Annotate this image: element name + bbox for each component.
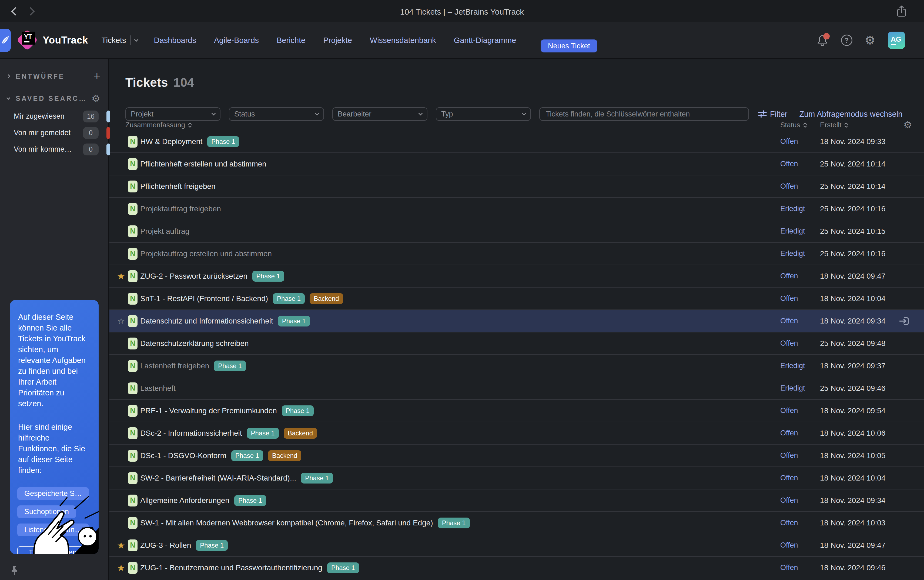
tag-phase-1[interactable]: Phase 1 — [273, 293, 305, 304]
saved-search-von-mir-komme[interactable]: Von mir komme…0 — [0, 141, 109, 158]
saved-search-count-badge: 0 — [83, 127, 99, 139]
tag-phase-1[interactable]: Phase 1 — [247, 428, 279, 439]
open-ticket-icon[interactable] — [898, 315, 910, 327]
ticket-row[interactable]: NHW & DeploymentPhase 1Offen18 Nov. 2024… — [109, 130, 924, 153]
tag-phase-1[interactable]: Phase 1 — [282, 405, 314, 416]
star-filled-icon[interactable]: ★ — [115, 563, 127, 572]
tag-phase-1[interactable]: Phase 1 — [231, 450, 263, 461]
tickets-menu[interactable]: Tickets — [102, 35, 138, 45]
sidebar-section-drafts[interactable]: ENTWÜRFE + — [0, 69, 109, 84]
ticket-row[interactable]: NSW-1 - Mit allen Modernen Webbrowser ko… — [109, 512, 924, 534]
tooltip-button-listeneinstellun[interactable]: Listeneinstellun… — [17, 524, 89, 536]
chevron-right-icon — [7, 74, 10, 78]
ticket-created: 18 Nov. 2024 09:54 — [820, 407, 885, 415]
ticket-status: Erledigt — [780, 249, 805, 258]
tag-phase-1[interactable]: Phase 1 — [278, 316, 310, 326]
star-filled-icon[interactable]: ★ — [115, 541, 127, 550]
window-title: 104 Tickets | – JetBrains YouTrack — [0, 0, 924, 22]
ticket-type-icon: N — [128, 360, 138, 372]
pinned-panel-tab[interactable] — [0, 29, 11, 52]
nav-link-projekte[interactable]: Projekte — [323, 36, 352, 45]
filter-select-typ[interactable]: Typ — [436, 107, 531, 121]
ticket-row[interactable]: NPRE-1 - Verwaltung der PremiumkundenPha… — [109, 400, 924, 422]
ticket-row[interactable]: NProjekt auftragErledigt25 Nov. 2024 10:… — [109, 220, 924, 243]
pin-sidebar-icon[interactable] — [10, 565, 19, 576]
notifications-button[interactable] — [817, 34, 829, 46]
ticket-row[interactable]: NPflichtenheft erstellen und abstimmenOf… — [109, 153, 924, 175]
saved-search-list: Mir zugewiesen16Von mir gemeldet0Von mir… — [0, 108, 109, 158]
ticket-row[interactable]: NDSc-2 - InformationssicherheitPhase 1Ba… — [109, 422, 924, 445]
dismiss-tips-button[interactable]: Tipps beenden — [17, 546, 88, 554]
add-draft-icon[interactable]: + — [94, 71, 100, 81]
sidebar-section-saved-searches[interactable]: SAVED SEARC… ⚙ — [0, 91, 109, 106]
tooltip-button-gespeicherte-s[interactable]: Gespeicherte S… — [17, 487, 89, 500]
tag-phase-1[interactable]: Phase 1 — [252, 271, 284, 282]
ticket-row[interactable]: ☆NDatenschutz und Informationssicherheit… — [109, 310, 924, 333]
table-settings-gear-icon[interactable]: ⚙ — [903, 119, 912, 130]
tag-backend[interactable]: Backend — [284, 428, 317, 439]
tooltip-button-suchoptionen[interactable]: Suchoptionen — [17, 506, 76, 518]
tag-backend[interactable]: Backend — [310, 293, 343, 304]
ticket-status: Offen — [780, 474, 798, 482]
avatar[interactable]: AG — [888, 31, 905, 49]
filter-bar: ProjektStatusBearbeiterTyp Filter Zum Ab… — [125, 107, 903, 121]
tag-phase-1[interactable]: Phase 1 — [214, 361, 246, 371]
youtrack-logo[interactable]: YT YouTrack — [16, 27, 88, 53]
saved-search-mir-zugewiesen[interactable]: Mir zugewiesen16 — [0, 108, 109, 125]
tag-phase-1[interactable]: Phase 1 — [438, 517, 470, 528]
share-icon[interactable] — [896, 5, 907, 18]
ticket-row[interactable]: NSnT-1 - RestAPI (Frontend / Backend)Pha… — [109, 288, 924, 310]
filter-select-status[interactable]: Status — [229, 107, 324, 121]
ticket-row[interactable]: NLastenheft freigebenPhase 1Erledigt18 N… — [109, 355, 924, 377]
ticket-row[interactable]: NDatenschutzerklärung schreibenOffen25 N… — [109, 333, 924, 355]
tag-backend[interactable]: Backend — [268, 450, 301, 461]
filter-button[interactable]: Filter — [758, 110, 787, 119]
query-mode-link[interactable]: Zum Abfragemodus wechseln — [799, 110, 903, 119]
saved-search-von-mir-gemeldet[interactable]: Von mir gemeldet0 — [0, 125, 109, 141]
column-header-created[interactable]: Erstellt — [820, 121, 848, 129]
nav-link-berichte[interactable]: Berichte — [277, 36, 305, 45]
saved-searches-gear-icon[interactable]: ⚙ — [92, 93, 100, 104]
ticket-title: SnT-1 - RestAPI (Frontend / Backend) — [140, 294, 268, 303]
help-button[interactable]: ? — [841, 35, 852, 46]
ticket-status: Offen — [780, 519, 798, 527]
nav-link-gantt-diagramme[interactable]: Gantt-Diagramme — [454, 36, 516, 45]
settings-gear-icon[interactable]: ⚙ — [865, 34, 875, 46]
ticket-status: Erledigt — [780, 362, 805, 370]
saved-search-count-badge: 16 — [83, 110, 99, 122]
ticket-row[interactable]: NProjektauftrag freigebenErledigt25 Nov.… — [109, 198, 924, 220]
ticket-row[interactable]: ★NZUG-2 - Passwort zurücksetzenPhase 1Of… — [109, 265, 924, 288]
search-input[interactable] — [539, 107, 749, 121]
filter-select-projekt[interactable]: Projekt — [125, 107, 220, 121]
new-ticket-button[interactable]: Neues Ticket — [541, 40, 597, 53]
ticket-row[interactable]: NProjektauftrag erstellen und abstimmenE… — [109, 243, 924, 265]
ticket-created: 18 Nov. 2024 09:34 — [820, 317, 885, 325]
tag-phase-1[interactable]: Phase 1 — [196, 540, 228, 551]
nav-link-wissensdatenbank[interactable]: Wissensdatenbank — [370, 36, 436, 45]
ticket-title: DSc-1 - DSGVO-Konform — [140, 451, 227, 460]
saved-search-label: Von mir gemeldet — [14, 129, 71, 137]
tickets-menu-label: Tickets — [102, 36, 126, 45]
ticket-row[interactable]: NPflichtenheft freigebenOffen25 Nov. 202… — [109, 175, 924, 198]
tag-phase-1[interactable]: Phase 1 — [301, 473, 333, 483]
ticket-row[interactable]: NLastenheftErledigt25 Nov. 2024 09:46 — [109, 377, 924, 400]
ticket-row[interactable]: NDSc-1 - DSGVO-KonformPhase 1BackendOffe… — [109, 445, 924, 467]
ticket-title: Projektauftrag freigeben — [140, 204, 221, 213]
ticket-row[interactable]: NSW-2 - Barrierefreiheit (WAI-ARIA-Stand… — [109, 467, 924, 489]
ticket-created: 18 Nov. 2024 10:06 — [820, 429, 885, 438]
column-header-summary[interactable]: Zusammenfassung — [125, 121, 192, 129]
ticket-row[interactable]: ★NZUG-1 - Benutzername und Passwortauthe… — [109, 557, 924, 579]
star-filled-icon[interactable]: ★ — [115, 272, 127, 281]
tag-phase-1[interactable]: Phase 1 — [234, 495, 266, 506]
column-header-status[interactable]: Status — [780, 121, 807, 129]
tag-phase-1[interactable]: Phase 1 — [207, 136, 239, 147]
nav-link-dashboards[interactable]: Dashboards — [154, 36, 196, 45]
ticket-row[interactable]: NAllgemeine AnforderungenPhase 1Offen18 … — [109, 489, 924, 512]
filter-select-bearbeiter[interactable]: Bearbeiter — [332, 107, 427, 121]
ticket-type-icon: N — [128, 539, 138, 551]
star-outline-icon[interactable]: ☆ — [115, 316, 127, 326]
nav-link-agile-boards[interactable]: Agile-Boards — [214, 36, 259, 45]
tooltip-buttons: Gespeicherte S…SuchoptionenListeneinstel… — [10, 487, 99, 536]
tag-phase-1[interactable]: Phase 1 — [327, 562, 359, 573]
ticket-row[interactable]: ★NZUG-3 - RollenPhase 1Offen18 Nov. 2024… — [109, 534, 924, 557]
